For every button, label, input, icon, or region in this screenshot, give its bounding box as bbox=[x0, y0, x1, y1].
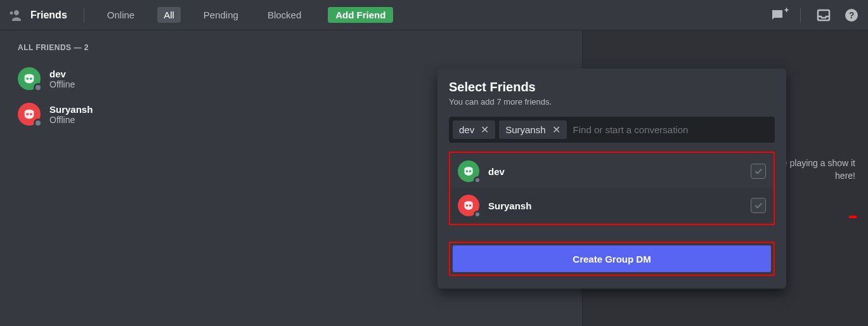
friend-select-item[interactable]: Suryansh bbox=[450, 188, 774, 223]
section-title: ALL FRIENDS — 2 bbox=[18, 43, 564, 52]
chip-label: Suryansh bbox=[505, 124, 545, 135]
friend-select-name: Suryansh bbox=[488, 200, 531, 211]
divider bbox=[800, 8, 801, 23]
checkbox-checked[interactable] bbox=[751, 164, 766, 179]
friends-icon bbox=[9, 8, 24, 23]
avatar bbox=[18, 103, 41, 126]
create-dm-box: Create Group DM bbox=[449, 242, 775, 276]
chip-label: dev bbox=[459, 124, 474, 135]
friend-name: Suryansh bbox=[49, 104, 93, 115]
status-offline-icon bbox=[34, 83, 42, 92]
popout-subtitle: You can add 7 more friends. bbox=[449, 97, 775, 107]
plus-badge-icon: + bbox=[784, 6, 789, 15]
chip: dev ✕ bbox=[453, 121, 495, 139]
avatar bbox=[458, 160, 479, 182]
friend-status: Offline bbox=[49, 79, 75, 89]
friend-select-name: dev bbox=[488, 166, 505, 177]
friend-status: Offline bbox=[49, 115, 93, 125]
divider bbox=[84, 8, 84, 23]
friend-select-item[interactable]: dev bbox=[450, 154, 774, 188]
friend-select-list: dev Suryansh bbox=[449, 152, 775, 225]
friend-name: dev bbox=[49, 68, 75, 79]
select-friends-popout: Select Friends You can add 7 more friend… bbox=[437, 68, 786, 289]
svg-rect-0 bbox=[818, 10, 829, 20]
checkbox-checked[interactable] bbox=[751, 198, 766, 213]
chip: Suryansh ✕ bbox=[499, 121, 566, 139]
status-offline-icon bbox=[474, 211, 481, 218]
tab-online[interactable]: Online bbox=[101, 7, 141, 23]
avatar bbox=[18, 67, 41, 90]
create-group-dm-button[interactable]: Create Group DM bbox=[453, 245, 771, 272]
status-offline-icon bbox=[474, 176, 481, 184]
help-icon[interactable]: ? bbox=[844, 8, 859, 23]
inbox-icon[interactable] bbox=[816, 8, 831, 23]
add-friend-button[interactable]: Add Friend bbox=[328, 7, 393, 23]
header-left: Friends Online All Pending Blocked Add F… bbox=[9, 7, 393, 23]
friend-info: dev Offline bbox=[49, 68, 75, 89]
body: ALL FRIENDS — 2 dev Offline Suryansh bbox=[0, 30, 868, 326]
page-title: Friends bbox=[30, 10, 67, 21]
avatar bbox=[458, 195, 479, 216]
tabs: Online All Pending Blocked Add Friend bbox=[101, 7, 394, 23]
chip-remove-icon[interactable]: ✕ bbox=[481, 125, 489, 135]
header-right: + ? bbox=[770, 8, 859, 23]
new-group-dm-icon[interactable]: + bbox=[770, 8, 785, 23]
tab-pending[interactable]: Pending bbox=[197, 7, 245, 23]
tab-blocked[interactable]: Blocked bbox=[261, 7, 308, 23]
selected-chip-row[interactable]: dev ✕ Suryansh ✕ bbox=[449, 117, 775, 143]
popout-title: Select Friends bbox=[449, 80, 775, 95]
svg-text:?: ? bbox=[849, 10, 855, 20]
friend-search-input[interactable] bbox=[571, 121, 771, 139]
chip-remove-icon[interactable]: ✕ bbox=[552, 125, 560, 135]
header-bar: Friends Online All Pending Blocked Add F… bbox=[0, 0, 868, 30]
tab-all[interactable]: All bbox=[157, 7, 181, 23]
friend-info: Suryansh Offline bbox=[49, 104, 93, 125]
status-offline-icon bbox=[34, 119, 42, 127]
annotation-mark bbox=[849, 216, 857, 218]
